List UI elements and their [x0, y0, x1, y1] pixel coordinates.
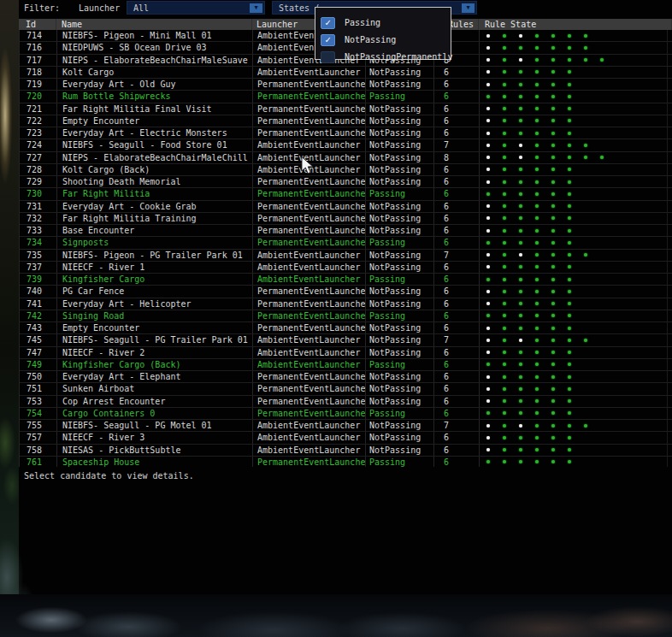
cell-name: Spaceship House — [57, 457, 253, 467]
cell-rule-state — [480, 115, 672, 127]
table-row[interactable]: 755NIEBFS- Seagull - PG Motel 01AmbientE… — [20, 420, 672, 432]
table-row[interactable]: 740PG Car FencePermanentEventLauncherNot… — [20, 286, 672, 298]
table-row[interactable]: 757NIEECF - River 3AmbientEventLauncherN… — [20, 432, 672, 444]
column-header-name[interactable]: Name — [56, 19, 252, 30]
rule-pass-dot — [584, 46, 587, 50]
rule-pass-dot — [486, 411, 490, 415]
cell-rules: 6 — [434, 188, 480, 199]
rule-pass-dot — [568, 83, 571, 86]
rule-pass-dot — [551, 327, 555, 330]
cell-rules: 6 — [434, 445, 480, 456]
table-row[interactable]: 749Kingfisher Cargo (Back)AmbientEventLa… — [20, 359, 672, 371]
table-row[interactable]: 718Kolt CargoAmbientEventLauncherNotPass… — [20, 67, 672, 79]
table-row[interactable]: 737NIEECF - River 1AmbientEventLauncherN… — [20, 262, 672, 274]
checkbox-unchecked-icon[interactable] — [321, 51, 335, 63]
table-row[interactable]: 739Kingfisher CargoAmbientEventLauncherP… — [20, 274, 672, 286]
table-row[interactable]: 721Far Right Militia Final VisitPermanen… — [20, 103, 672, 115]
table-row[interactable]: 724NIEBFS - Seagull - Food Store 01Ambie… — [20, 139, 672, 151]
table-row[interactable]: 758NIESAS - PickButtSubtleAmbientEventLa… — [20, 445, 672, 457]
chevron-down-icon[interactable]: ▼ — [462, 3, 475, 13]
cell-id: 720 — [20, 91, 57, 102]
cell-launcher: AmbientEventLauncher — [253, 432, 366, 443]
table-row[interactable]: 727NIEPS - ElaborateBeachChairMaleChillA… — [20, 152, 672, 164]
rule-pass-dot — [551, 58, 555, 62]
cell-id: 714 — [20, 30, 57, 41]
table-row[interactable]: 723Everyday Art - Electric MonstersPerma… — [20, 127, 672, 139]
cell-id: 739 — [20, 274, 57, 285]
details-pane-message: Select candidate to view details. — [24, 471, 194, 481]
rule-pass-dot — [551, 411, 555, 415]
table-row[interactable]: 761Spaceship HousePermanentEventLauncher… — [20, 457, 672, 467]
table-row[interactable]: 728Kolt Cargo (Back)AmbientEventLauncher… — [20, 164, 672, 176]
rule-fail-dot — [486, 339, 490, 342]
rule-pass-dot — [568, 436, 571, 439]
table-row[interactable]: 731Everyday Art - Cookie GrabPermanentEv… — [20, 201, 672, 213]
rule-fail-dot — [486, 83, 490, 86]
table-row[interactable]: 734SignpostsPermanentEventLauncherPassin… — [20, 237, 672, 249]
table-row[interactable]: 751Sunken AirboatPermanentEventLauncherN… — [20, 383, 672, 395]
chevron-down-icon[interactable]: ▼ — [250, 3, 262, 13]
rule-pass-dot — [503, 168, 506, 171]
states-menu-item-notpassingpermanently[interactable]: NotPassingPermanently — [315, 50, 451, 67]
rule-pass-dot — [551, 424, 555, 428]
column-header-id[interactable]: Id — [19, 19, 56, 30]
table-row[interactable]: 735NIEBFS- Pigeon - PG Trailer Park 01Am… — [20, 250, 672, 262]
rule-pass-dot — [503, 180, 506, 184]
table-row[interactable]: 730Far Right MilitiaPermanentEventLaunch… — [20, 188, 672, 200]
rule-pass-dot — [503, 204, 506, 208]
cell-rules: 6 — [434, 286, 480, 297]
cell-rules: 6 — [434, 359, 480, 370]
table-row[interactable]: 754Cargo Containers 0PermanentEventLaunc… — [20, 408, 672, 420]
states-menu-item-passing[interactable]: ✓Passing — [315, 16, 451, 32]
cell-rules: 7 — [434, 334, 480, 345]
rule-pass-dot — [519, 448, 522, 451]
rule-pass-dot — [568, 290, 571, 293]
cell-name: Shooting Death Memorial — [57, 176, 253, 187]
rule-pass-dot — [551, 156, 555, 159]
table-row[interactable]: 742Singing RoadPermanentEventLauncherPas… — [20, 310, 672, 322]
cell-rules: 6 — [434, 310, 480, 321]
cell-rule-state — [480, 445, 672, 456]
table-row[interactable]: 722Empty EncounterPermanentEventLauncher… — [20, 115, 672, 127]
cell-state: Passing — [366, 188, 434, 199]
rule-pass-dot — [519, 278, 522, 281]
table-row[interactable]: 741Everyday Art - HelicopterPermanentEve… — [20, 298, 672, 310]
rule-pass-dot — [551, 204, 555, 208]
cell-rules: 6 — [434, 164, 480, 175]
table-row[interactable]: 753Cop Arrest EncounterPermanentEventLau… — [20, 396, 672, 408]
table-row[interactable]: 720Rum Bottle ShipwrecksPermanentEventLa… — [20, 91, 672, 103]
rule-pass-dot — [503, 253, 506, 257]
cell-rules: 6 — [434, 213, 480, 224]
table-row[interactable]: 719Everyday Art - Old GuyPermanentEventL… — [20, 79, 672, 91]
rule-pass-dot — [551, 144, 555, 147]
rule-pass-dot — [551, 83, 555, 86]
table-row[interactable]: 729Shooting Death MemorialPermanentEvent… — [20, 176, 672, 188]
cell-state: NotPassing — [366, 213, 434, 224]
cell-rules: 6 — [434, 115, 480, 127]
launcher-filter-dropdown[interactable]: All ▼ — [127, 1, 265, 15]
table-row[interactable]: 745NIEBFS- Seagull - PG Trailer Park 01A… — [20, 334, 672, 346]
table-row[interactable]: 733Base EncounterPermanentEventLauncherN… — [20, 225, 672, 237]
cell-rules: 6 — [434, 396, 480, 407]
table-row[interactable]: 743Empty EncounterPermanentEventLauncher… — [20, 322, 672, 334]
table-row[interactable]: 750Everyday Art - ElephantPermanentEvent… — [20, 371, 672, 383]
rule-pass-dot — [519, 83, 522, 86]
rule-pass-dot — [568, 339, 571, 342]
rule-pass-dot — [503, 448, 506, 451]
cell-launcher: PermanentEventLauncher — [253, 225, 366, 236]
cell-id: 758 — [20, 445, 57, 456]
rule-pass-dot — [519, 70, 522, 74]
column-header-dots[interactable]: Rule State — [479, 19, 672, 30]
rule-pass-dot — [503, 290, 506, 293]
cell-rules: 6 — [434, 383, 480, 394]
rule-fail-dot — [486, 70, 490, 74]
states-menu-item-notpassing[interactable]: ✓NotPassing — [315, 33, 451, 50]
cell-rules: 7 — [434, 250, 480, 261]
checkbox-checked-icon[interactable]: ✓ — [321, 34, 335, 46]
rule-pass-dot — [535, 411, 539, 415]
rule-pass-dot — [486, 363, 490, 366]
cell-rule-state — [480, 262, 672, 273]
table-row[interactable]: 747NIEECF - River 2AmbientEventLauncherN… — [20, 347, 672, 359]
checkbox-checked-icon[interactable]: ✓ — [321, 17, 335, 29]
table-row[interactable]: 732Far Right Militia TrainingPermanentEv… — [20, 213, 672, 225]
